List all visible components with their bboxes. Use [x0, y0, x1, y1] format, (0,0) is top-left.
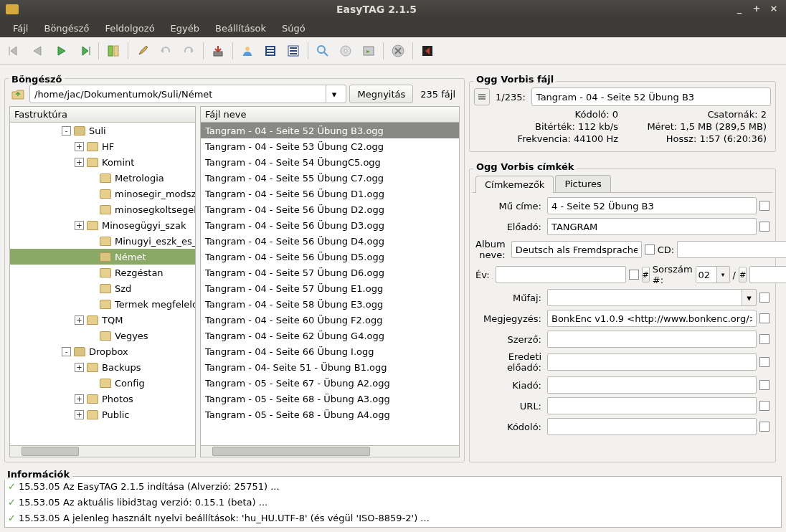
file-item[interactable]: Tangram - 04- Seite 51 - Übung B1.ogg — [201, 359, 459, 375]
track-spin[interactable]: ▾ — [716, 267, 729, 282]
composer-chk[interactable] — [759, 334, 770, 344]
tree-item[interactable]: Vegyes — [10, 328, 195, 343]
tree-item[interactable]: Metrologia — [10, 170, 195, 186]
url-chk[interactable] — [759, 401, 770, 411]
first-button[interactable] — [4, 40, 26, 62]
year-chk[interactable] — [629, 270, 639, 280]
tab-fields[interactable]: Címkemezők — [475, 176, 554, 193]
tree-item[interactable]: -Suli — [10, 123, 195, 138]
file-item[interactable]: Tangram - 04 - Seite 55 Übung C7.ogg — [201, 170, 459, 186]
file-item[interactable]: Tangram - 04 - Seite 60 Übung F2.ogg — [201, 312, 459, 328]
index-button[interactable] — [474, 88, 490, 105]
playlist-button[interactable] — [358, 40, 379, 62]
file-item[interactable]: Tangram - 04 - Seite 56 Übung D2.ogg — [201, 201, 459, 217]
path-input[interactable] — [34, 89, 326, 100]
save-button[interactable] — [207, 40, 229, 62]
menu-browser[interactable]: Böngésző — [37, 21, 96, 36]
origartist-input[interactable] — [547, 353, 757, 371]
menu-processor[interactable]: Feldolgozó — [98, 21, 161, 36]
path-dropdown-icon[interactable]: ▾ — [326, 85, 341, 103]
menu-file[interactable]: Fájl — [6, 21, 35, 36]
collapse-icon[interactable]: - — [62, 126, 71, 136]
tree-item[interactable]: +Backups — [10, 359, 195, 375]
tree-item[interactable]: -Dropbox — [10, 343, 195, 359]
tree-item[interactable]: Minugyi_eszk_es_ — [10, 233, 195, 249]
track-input[interactable] — [696, 267, 716, 282]
menu-other[interactable]: Egyéb — [164, 21, 207, 36]
autonum-button[interactable]: # — [642, 267, 650, 282]
artist-input[interactable] — [547, 218, 757, 235]
tab-pictures[interactable]: Pictures — [555, 175, 610, 192]
list1-button[interactable] — [260, 40, 281, 62]
filename-display[interactable]: Tangram - 04 - Seite 52 Übung B3 — [531, 87, 771, 106]
file-header[interactable]: Fájl neve — [201, 107, 459, 123]
genre-dropdown-icon[interactable]: ▾ — [742, 290, 756, 305]
tree-item[interactable]: +Komint — [10, 154, 195, 170]
next-button[interactable] — [50, 40, 72, 62]
menu-help[interactable]: Súgó — [275, 21, 313, 36]
maximize-button[interactable]: + — [750, 3, 763, 16]
tree-item[interactable]: minosegkoltsegek — [10, 201, 195, 217]
genre-input[interactable] — [548, 290, 742, 305]
expand-icon[interactable]: + — [75, 394, 84, 404]
undo-button[interactable] — [155, 40, 176, 62]
expand-icon[interactable]: + — [75, 315, 84, 325]
menu-settings[interactable]: Beállítások — [208, 21, 273, 36]
user-button[interactable] — [237, 40, 258, 62]
tree-body[interactable]: -Suli+HF+KomintMetrologiaminosegir_modsz… — [10, 123, 195, 445]
disc-button[interactable] — [335, 40, 356, 62]
tree-hscrollbar[interactable] — [10, 445, 195, 457]
tree-item[interactable]: +Public — [10, 407, 195, 422]
tree-item[interactable]: +TQM — [10, 312, 195, 328]
file-item[interactable]: Tangram - 04 - Seite 58 Übung E3.ogg — [201, 296, 459, 312]
origartist-chk[interactable] — [759, 357, 770, 367]
expand-icon[interactable]: + — [75, 142, 84, 151]
file-item[interactable]: Tangram - 04 - Seite 56 Übung D3.ogg — [201, 217, 459, 233]
file-item[interactable]: Tangram - 05 - Seite 67 - Übung A2.ogg — [201, 375, 459, 391]
redo-button[interactable] — [178, 40, 199, 62]
tree-item[interactable]: +HF — [10, 138, 195, 154]
publisher-chk[interactable] — [759, 380, 770, 390]
title-chk[interactable] — [759, 201, 770, 211]
encby-chk[interactable] — [759, 422, 770, 432]
genre-chk[interactable] — [759, 293, 770, 303]
album-input[interactable] — [511, 241, 642, 258]
file-item[interactable]: Tangram - 05 - Seite 68 - Übung A4.ogg — [201, 407, 459, 422]
expand-icon[interactable]: + — [75, 363, 84, 372]
open-button[interactable]: Megnyitás — [349, 85, 413, 103]
tracktotal-input[interactable] — [749, 266, 786, 283]
file-item[interactable]: Tangram - 04 - Seite 57 Übung E1.ogg — [201, 280, 459, 296]
quit-button[interactable] — [417, 40, 438, 62]
minimize-button[interactable]: _ — [733, 3, 746, 16]
tracktotal-button[interactable]: # — [739, 267, 747, 282]
tree-item[interactable]: Config — [10, 375, 195, 391]
file-item[interactable]: Tangram - 04 - Seite 62 Übung G4.ogg — [201, 328, 459, 343]
artist-chk[interactable] — [759, 222, 770, 232]
tree-item[interactable]: Szd — [10, 280, 195, 296]
stop-button[interactable] — [387, 40, 409, 62]
composer-input[interactable] — [547, 331, 757, 348]
tree-item[interactable]: +Minosegügyi_szak — [10, 217, 195, 233]
file-item[interactable]: Tangram - 04 - Seite 56 Übung D4.ogg — [201, 233, 459, 249]
file-item[interactable]: Tangram - 04 - Seite 53 Übung C2.ogg — [201, 138, 459, 154]
comment-input[interactable] — [547, 310, 757, 327]
publisher-input[interactable] — [547, 376, 757, 394]
last-button[interactable] — [73, 40, 95, 62]
tree-item[interactable]: +Photos — [10, 391, 195, 407]
folder-up-icon[interactable] — [9, 85, 27, 103]
tree-item[interactable]: Német — [10, 249, 195, 265]
brush-button[interactable] — [132, 40, 153, 62]
expand-icon[interactable]: + — [75, 410, 84, 419]
url-input[interactable] — [547, 397, 757, 414]
expand-icon[interactable]: + — [75, 221, 84, 230]
expand-icon[interactable]: + — [75, 158, 84, 167]
tree-item[interactable]: minosegir_modsze — [10, 186, 195, 201]
file-item[interactable]: Tangram - 04 - Seite 54 ÜbungC5.ogg — [201, 154, 459, 170]
album-chk[interactable] — [645, 244, 655, 255]
prev-button[interactable] — [27, 40, 49, 62]
comment-chk[interactable] — [759, 313, 770, 323]
search-button[interactable] — [312, 40, 333, 62]
file-item[interactable]: Tangram - 04 - Seite 52 Übung B3.ogg — [201, 123, 459, 138]
encby-input[interactable] — [547, 418, 757, 435]
file-body[interactable]: Tangram - 04 - Seite 52 Übung B3.oggTang… — [201, 123, 459, 445]
